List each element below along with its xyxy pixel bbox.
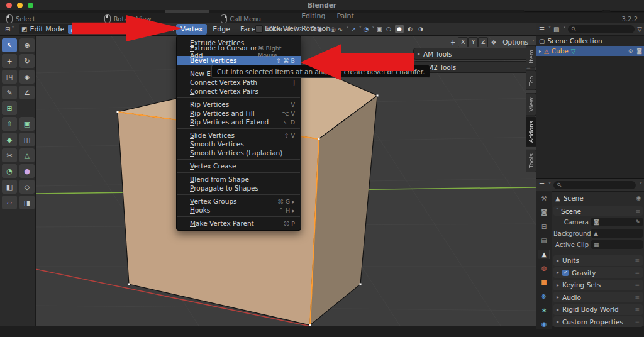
mirror-axis-button[interactable]: X (458, 37, 468, 47)
pin-icon[interactable]: ◉ (636, 195, 641, 201)
hide-eye-icon[interactable]: ⊙ (628, 48, 633, 54)
menu-item[interactable]: Propagate to Shapes (177, 184, 301, 192)
collapsed-panel[interactable]: ▸ ✓ Gravity ≡ (553, 267, 643, 278)
menu-item[interactable]: Rip Vertices V (177, 100, 301, 109)
header-menu[interactable]: Vertex (176, 24, 207, 35)
outliner-search-input[interactable]: ⚲ (568, 25, 635, 33)
properties-editor-icon[interactable]: ☰ (539, 182, 545, 189)
shading-wireframe-button[interactable]: ○ (384, 25, 393, 33)
menu-item[interactable]: Connect Vertex Pairs (177, 87, 301, 96)
mirror-axis-button[interactable]: Z (478, 37, 488, 47)
menu-item[interactable]: Rip Vertices and Extend ⌥ D (177, 118, 301, 126)
menu-item[interactable] (177, 216, 300, 217)
filter-icon[interactable]: ▽ (637, 26, 642, 33)
mirror-axis-button[interactable]: Y (468, 37, 478, 47)
property-input[interactable]: ▦ (591, 240, 643, 249)
object-properties-tab[interactable]: ■ (538, 277, 550, 287)
tool-annotate[interactable]: ✎ (2, 86, 17, 99)
sidebar-tab[interactable]: Addons (526, 116, 536, 147)
collapsed-panel[interactable]: ▸ ✓ Custom Properties ≡ (553, 316, 643, 327)
eyedropper-icon[interactable]: ✎ (635, 219, 640, 225)
menu-item[interactable]: Vertex Groups ⌘ G ▸ (177, 197, 301, 206)
mode-selector[interactable]: ◩ Edit Mode ˅ (19, 24, 73, 34)
editor-type-button[interactable]: ⊞˅ (3, 24, 16, 34)
scene-panel-header[interactable]: ˅ Scene ≡ (553, 206, 643, 216)
tool-move[interactable]: + (2, 54, 17, 68)
orientation-label[interactable]: Local (272, 25, 291, 33)
menu-item[interactable]: Smooth Vertices (177, 140, 301, 148)
tool-measure[interactable]: ∠ (19, 86, 35, 99)
menu-item[interactable]: Connect Vertex Path J (177, 78, 301, 87)
menu-item[interactable]: Blend from Shape (177, 175, 301, 184)
menu-item[interactable] (177, 97, 300, 98)
property-input[interactable]: ◙ ✎ (591, 218, 643, 226)
close-window-button[interactable] (6, 3, 12, 8)
tool-bevel[interactable]: ◆ (2, 133, 17, 146)
tool-extrude-region[interactable]: ⇧ (2, 117, 17, 131)
menu-item[interactable]: Make Vertex Parent ⌘ P (177, 219, 301, 228)
modifier-properties-tab[interactable]: ⚙ (538, 291, 550, 301)
sidebar-tab[interactable]: Tools (526, 149, 536, 172)
snap-target-icon[interactable]: ◉ (318, 26, 323, 33)
tool-shrink-fatten[interactable]: ◇ (19, 180, 35, 194)
scene-collection-row[interactable]: ▢ Scene Collection (536, 36, 644, 46)
collapsed-panel[interactable]: ▸ ✓ Keying Sets ≡ (553, 280, 643, 290)
collapsed-panel[interactable]: ▸ ✓ Audio ≡ (553, 292, 643, 302)
tool-spin[interactable]: ◔ (2, 164, 17, 178)
particles-properties-tab[interactable]: ∗ (538, 306, 550, 315)
maximize-window-button[interactable] (28, 3, 33, 8)
tool-edge-slide[interactable]: ◧ (2, 180, 17, 194)
display-mode-icon[interactable]: ▤ (553, 26, 559, 33)
cube-object-row[interactable]: ▸ △ Cube ▽ ⊙ ◙ (536, 46, 644, 56)
tool-poly-build[interactable]: △ (19, 148, 35, 162)
am2-tools-panel-header[interactable]: ▸ AM2 Tools ≡ (413, 61, 535, 73)
tool-inset-faces[interactable]: ▣ (19, 117, 35, 131)
sidebar-tab[interactable]: Item (526, 45, 536, 68)
menu-item[interactable]: Slide Vertices ⇧ V (177, 131, 301, 140)
menu-item[interactable] (177, 194, 300, 195)
scene-properties-tab[interactable]: ▲ (538, 250, 550, 259)
tool-tweak-select[interactable]: ↖ (2, 38, 17, 52)
collapsed-panel[interactable]: ▸ ✓ Units ≡ (553, 255, 643, 266)
menu-item[interactable]: Vertex Crease (177, 162, 301, 170)
properties-search-input[interactable]: ⚲ (553, 181, 636, 189)
gizmo-extra-icon[interactable]: ❖ (491, 39, 496, 46)
world-properties-tab[interactable]: ◍ (538, 263, 550, 273)
minimize-window-button[interactable] (17, 3, 23, 8)
tool-loop-cut[interactable]: ◫ (19, 133, 35, 146)
outliner-editor-icon[interactable]: ☰ (539, 26, 545, 33)
tool-scale[interactable]: ◳ (2, 70, 17, 84)
show-gizmo-icon[interactable]: ↗ (350, 26, 355, 33)
tool-cursor[interactable]: ⊕ (19, 38, 35, 52)
gravity-checkbox[interactable]: ✓ (562, 270, 569, 276)
xray-toggle-icon[interactable]: ▣ (377, 26, 382, 33)
tool-smooth[interactable]: ● (19, 164, 35, 178)
menu-item[interactable] (177, 128, 300, 129)
property-input[interactable]: ▲ (591, 229, 643, 238)
am-tools-panel-header[interactable]: ▸ AM Tools ≡ (413, 48, 535, 60)
output-properties-tab[interactable]: ⊟ (538, 221, 550, 231)
collapsed-panel[interactable]: ▸ ✓ Rigid Body World ≡ (553, 304, 643, 315)
options-dropdown[interactable]: Options (502, 38, 528, 46)
header-menu[interactable]: Edge (208, 24, 235, 35)
tool-properties-tab[interactable]: ⚒ (538, 194, 550, 203)
menu-item[interactable] (177, 159, 300, 160)
shading-solid-button[interactable]: ● (395, 25, 404, 33)
tool-rotate[interactable]: ↻ (19, 54, 35, 68)
expand-icon[interactable]: ▸ (539, 48, 541, 54)
disable-render-icon[interactable]: ◙ (636, 48, 642, 54)
menu-item[interactable] (177, 172, 300, 173)
tool-transform[interactable]: ◈ (19, 70, 35, 84)
menu-item[interactable]: Hooks ⌃ H ▸ (177, 206, 301, 214)
tool-shear[interactable]: ▱ (2, 196, 17, 209)
menu-item[interactable]: Smooth Vertices (Laplacian) (177, 148, 301, 157)
sidebar-tab[interactable]: Tool (526, 70, 536, 90)
pivot-point-icon[interactable]: ⊙ (298, 26, 303, 33)
falloff-curve-icon[interactable]: ∿ (338, 26, 343, 33)
snap-magnet-icon[interactable]: Ω (311, 26, 316, 33)
overlays-icon[interactable]: ◔ (364, 26, 369, 33)
physics-properties-tab[interactable]: ◉ (538, 319, 550, 329)
render-properties-tab[interactable]: ◙ (538, 207, 550, 217)
shading-material-button[interactable]: ◐ (406, 25, 414, 33)
menu-item[interactable]: Rip Vertices and Fill ⌥ V (177, 109, 301, 118)
